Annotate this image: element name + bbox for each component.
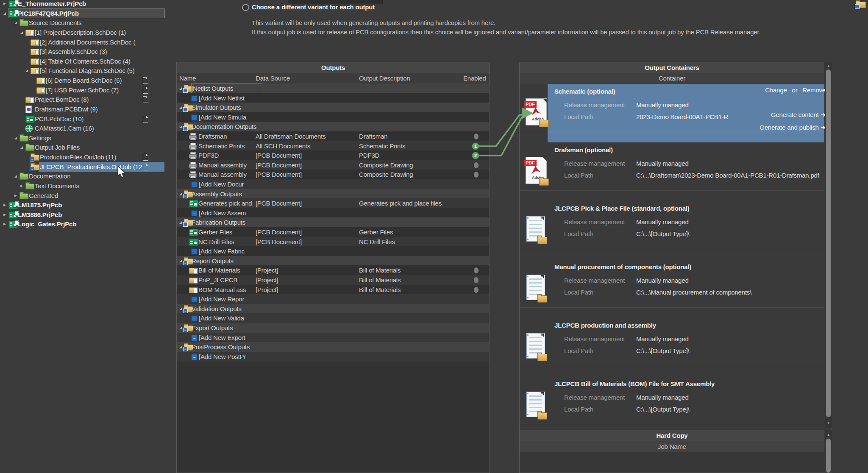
output-category-row[interactable]: ◢→Documentation Outputs — [177, 122, 489, 131]
expand-icon[interactable]: ▶ — [2, 219, 8, 229]
tree-item-productionfiles-outjob-11-[interactable]: →ProductionFiles.OutJob (11) — [0, 152, 169, 162]
output-row[interactable]: Manual assembly[PCB Document]Composite D… — [177, 170, 489, 179]
enabled-indicator[interactable] — [474, 267, 479, 273]
local-path-value[interactable]: 2023-Demo Board-00A1-PCB1-R — [636, 113, 728, 121]
output-row[interactable]: PDF3D[PCB Document]PDF3D2 — [177, 150, 489, 160]
expand-collapse-icon[interactable]: ◢ — [178, 189, 184, 199]
tree-item-text-documents[interactable]: ▶Text Documents — [0, 181, 169, 191]
output-category-row[interactable]: ◢→Validation Outputs — [177, 304, 489, 314]
output-category-row[interactable]: ◢→PostProcess Outputs — [177, 342, 489, 352]
column-header-enabled[interactable]: Enabled — [463, 73, 486, 83]
add-new-output-row[interactable]: →[Add New Simula — [177, 112, 489, 122]
tree-item-project-bomdoc-8-[interactable]: Project.BomDoc (8) — [0, 95, 169, 104]
tree-item-logic-gates-prjpcb[interactable]: ▶Logic_Gates.PrjPcb — [0, 219, 169, 229]
expand-collapse-icon[interactable]: ◢ — [178, 323, 184, 333]
expand-collapse-icon[interactable]: ◢ — [19, 28, 25, 37]
enabled-indicator[interactable] — [474, 277, 479, 283]
tree-item-pic18f47q84-prjpcb[interactable]: ◢PIC18F47Q84.PrjPcb — [0, 8, 169, 18]
expand-collapse-icon[interactable]: ◢ — [24, 66, 30, 75]
output-category-row[interactable]: ◢→Assembly Outputs — [177, 189, 489, 199]
container-column-header[interactable]: Container — [520, 73, 824, 84]
output-row[interactable]: DraftsmanAll Draftsman DocumentsDraftsma… — [177, 131, 489, 141]
add-new-output-row[interactable]: →[Add New Valida — [177, 313, 489, 323]
local-path-value[interactable]: C:\...\Manual procurement of components\ — [636, 288, 751, 297]
local-path-value[interactable]: C:\...\Draftsman\2023-Demo Board-00A1-PC… — [636, 171, 819, 180]
tree-item-draftsman-pcbdwf-9-[interactable]: Draftsman.PCBDwf (9) — [0, 104, 169, 114]
expand-collapse-icon[interactable]: ◢ — [178, 342, 184, 352]
tree-item--4-table-of-contents-schdoc-4-[interactable]: [4] Table Of Contents.SchDoc (4) — [0, 56, 169, 66]
output-category-row[interactable]: ◢→Netlist Outputs — [177, 83, 489, 93]
output-row[interactable]: Manual assembly[PCB Document]Composite D… — [177, 160, 489, 170]
output-category-row[interactable]: ◢→Simulator Outputs — [177, 103, 489, 112]
expand-icon[interactable]: ▶ — [19, 181, 25, 191]
tree-item-camtastic1-cam-16-[interactable]: CAMtastic1.Cam (16) — [0, 123, 169, 133]
tree-item-jlcpcb-productionfiles-outjob-12[interactable]: →JLCPCB_ProductionFiles.OutJob (12 — [0, 162, 169, 172]
tree-item-lm1875-prjpcb[interactable]: ▶LM1875.PrjPcb — [0, 200, 169, 210]
tree-item-lm3886-prjpcb[interactable]: ▶LM3886.PrjPcb — [0, 210, 169, 220]
output-category-row[interactable]: ◢→Fabrication Outputs — [177, 217, 489, 227]
expand-collapse-icon[interactable]: ◢ — [178, 103, 184, 112]
output-row[interactable]: Gerber Files[PCB Document]Gerber Files — [177, 227, 489, 237]
enabled-indicator[interactable] — [474, 172, 479, 178]
remove-link[interactable]: Remove — [802, 86, 826, 94]
tree-item-source-documents[interactable]: ◢Source Documents — [0, 18, 169, 28]
expand-collapse-icon[interactable]: ◢ — [178, 217, 184, 227]
hard-copy-scrollbar-thumb[interactable] — [826, 439, 831, 473]
tree-item--5-functional-diagram-schdoc-5-[interactable]: ◢[5] Functional Diagram.SchDoc (5) — [0, 66, 169, 75]
expand-icon[interactable]: ▶ — [13, 191, 19, 200]
expand-collapse-icon[interactable]: ◢ — [178, 304, 184, 314]
tree-item--3-assembly-schdoc-3-[interactable]: [3] Assembly.SchDoc (3) — [0, 47, 169, 56]
generate-and-publish-link[interactable]: Generate and publish ➜ — [760, 124, 826, 131]
scroll-up-icon[interactable]: ▲ — [825, 63, 832, 69]
tree-item--1-projectdescription-schdoc-1-[interactable]: ◢[1] ProjectDescription.SchDoc (1) — [0, 28, 169, 37]
add-new-output-row[interactable]: →[Add New PostPr — [177, 352, 489, 362]
enabled-indicator[interactable] — [474, 287, 479, 293]
add-new-output-row[interactable]: →[Add New Docur — [177, 179, 489, 189]
scroll-down-icon[interactable]: ▼ — [825, 420, 832, 426]
tree-item--6-demo-board-schdoc-6-[interactable]: [6] Demo Board.SchDoc (6) — [0, 75, 169, 85]
add-new-output-row[interactable]: →[Add New Repor — [177, 294, 489, 304]
add-new-output-row[interactable]: →[Add New Netlist — [177, 93, 489, 103]
output-row[interactable]: Generates pick and place files[PCB Docum… — [177, 198, 489, 208]
expand-collapse-icon[interactable]: ◢ — [178, 122, 184, 131]
expand-collapse-icon[interactable]: ◢ — [13, 18, 19, 28]
variant-radio-label[interactable]: Choose a different variant for each outp… — [252, 3, 375, 11]
expand-icon[interactable]: ▶ — [2, 0, 8, 8]
expand-collapse-icon[interactable]: ◢ — [178, 83, 184, 93]
local-path-value[interactable]: C:\...\[Output Type]\ — [636, 230, 690, 238]
output-row[interactable]: NC Drill Files[PCB Document]NC Drill Fil… — [177, 237, 489, 247]
expand-collapse-icon[interactable]: ◢ — [178, 256, 184, 266]
generate-content-link[interactable]: Generate content ➜ — [771, 111, 826, 119]
add-new-output-row[interactable]: →[Add New Export — [177, 333, 489, 342]
expand-collapse-icon[interactable]: ◢ — [13, 171, 19, 181]
column-header-output-description[interactable]: Output Description — [359, 73, 410, 83]
output-row[interactable]: PnP_JLCPCB[Project]Bill of Materials — [177, 275, 489, 285]
hard-copy-job-name-header[interactable]: Job Name — [520, 441, 824, 452]
expand-icon[interactable]: ▶ — [2, 200, 8, 210]
column-header-data-source[interactable]: Data Source — [256, 73, 290, 83]
variant-radio[interactable] — [242, 4, 249, 11]
tree-item-documentation[interactable]: ◢Documentation — [0, 171, 169, 181]
tree-item--7-usb-power-schdoc-7-[interactable]: [7] USB Power.SchDoc (7) — [0, 85, 169, 95]
output-category-row[interactable]: ◢→Report Outputs — [177, 256, 489, 266]
expand-collapse-icon[interactable]: ◢ — [19, 142, 25, 152]
expand-collapse-icon[interactable]: ◢ — [2, 8, 8, 18]
expand-icon[interactable]: ▶ — [2, 210, 8, 220]
scroll-up-icon[interactable]: ▲ — [825, 432, 832, 438]
add-new-output-row[interactable]: →[Add New Fabric — [177, 246, 489, 256]
output-row[interactable]: BOM Manual ass[Project]Bill of Materials — [177, 285, 489, 295]
local-path-value[interactable]: C:\...\[Output Type]\ — [636, 347, 690, 355]
output-category-row[interactable]: ◢→Export Outputs — [177, 323, 489, 333]
change-link[interactable]: Change — [765, 86, 787, 94]
tree-item--2-additional-documents-schdoc-[interactable]: [2] Additional Documents.SchDoc ( — [0, 37, 169, 47]
output-row[interactable]: Bill of Materials[Project]Bill of Materi… — [177, 265, 489, 275]
tree-item-settings[interactable]: ◢Settings — [0, 133, 169, 143]
local-path-value[interactable]: C:\...\[Output Type]\ — [636, 405, 690, 414]
tree-item-e-thermometer-prjpcb[interactable]: ▶E_Thermometer.PrjPcb — [0, 0, 169, 8]
tree-item-output-job-files[interactable]: ◢Output Job Files — [0, 142, 169, 152]
add-new-output-row[interactable]: →[Add New Assem — [177, 208, 489, 218]
column-header-name[interactable]: Name — [179, 73, 196, 83]
containers-scrollbar-thumb[interactable] — [826, 70, 831, 417]
output-row[interactable]: Schematic PrintsAll SCH DocumentsSchemat… — [177, 141, 489, 151]
expand-collapse-icon[interactable]: ◢ — [13, 133, 19, 143]
